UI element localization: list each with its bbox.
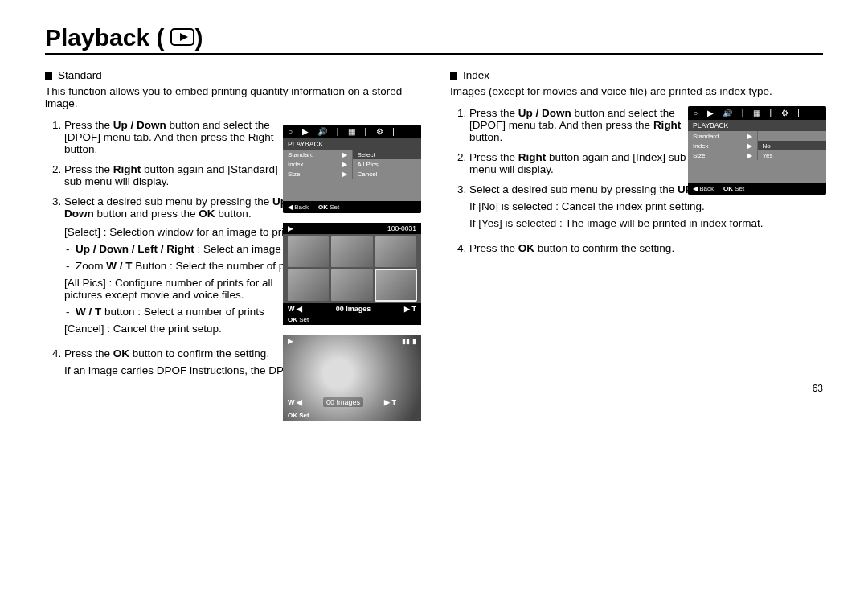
menu-row-index: Index▶No xyxy=(688,141,826,150)
square-bullet-icon xyxy=(45,72,52,80)
menu-row-index: Index▶All Pics xyxy=(283,159,421,169)
playback-icon xyxy=(170,24,194,51)
right-figure: ○ ▶ 🔊 | ▦ | ⚙ | PLAYBACK Standard▶ Index… xyxy=(688,106,826,195)
page-number: 63 xyxy=(813,383,823,394)
menu-row-standard: Standard▶ xyxy=(688,131,826,141)
select-image-screenshot: ▶100-0031 W ◀00 Images▶ T OK Set xyxy=(283,223,421,325)
dpof-menu-screenshot: ○ ▶ 🔊 | ▦ | ⚙ | PLAYBACK Standard▶Select… xyxy=(283,125,421,213)
top-icons: ○ ▶ 🔊 | ▦ | ⚙ | xyxy=(688,106,826,120)
allpics-screenshot: ▶ ▮▮ ▮ W ◀00 Images▶ T OK Set xyxy=(283,335,421,421)
battery-icon: ▮▮ ▮ xyxy=(402,337,416,345)
section-index: Index xyxy=(450,69,823,81)
menu-row-size: Size▶Cancel xyxy=(283,169,421,179)
left-figures: ○ ▶ 🔊 | ▦ | ⚙ | PLAYBACK Standard▶Select… xyxy=(283,125,421,421)
top-icons: ○ ▶ 🔊 | ▦ | ⚙ | xyxy=(283,125,421,138)
svg-marker-1 xyxy=(180,33,188,41)
left-column: Standard This function allows you to emb… xyxy=(45,69,418,389)
menu-row-size: Size▶Yes xyxy=(688,150,826,160)
playback-icon: ▶ xyxy=(288,337,293,345)
section-standard: Standard xyxy=(45,69,418,81)
right-column: Index Images (except for movies and voic… xyxy=(450,69,823,389)
menu-row-standard: Standard▶Select xyxy=(283,150,421,159)
square-bullet-icon xyxy=(450,72,457,80)
index-menu-screenshot: ○ ▶ 🔊 | ▦ | ⚙ | PLAYBACK Standard▶ Index… xyxy=(688,106,826,195)
page-title: Playback ( ) xyxy=(45,24,823,55)
